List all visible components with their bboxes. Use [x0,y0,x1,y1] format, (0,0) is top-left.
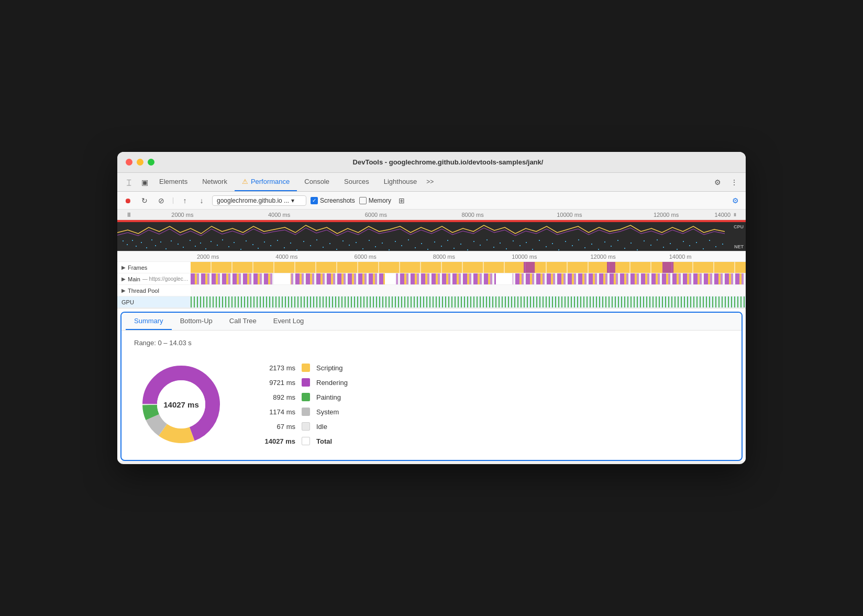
tab-sources[interactable]: Sources [337,173,377,191]
record-button[interactable]: ⏺ [121,194,134,207]
scripting-value: 2173 ms [253,364,295,372]
legend-rendering: 9721 ms Rendering [253,378,348,387]
svg-rect-11 [178,244,179,245]
main-expand-icon[interactable]: ▶ [121,276,126,282]
svg-rect-60 [486,239,488,240]
svg-rect-26 [264,241,265,243]
main-label-text: Main [128,276,140,282]
close-button[interactable] [126,159,132,166]
svg-rect-48 [408,239,409,240]
net-label: NET [734,244,744,249]
playhead-indicator: ⏸ [733,212,737,217]
svg-rect-101 [524,262,535,273]
pause-icon[interactable]: ⏸ [126,211,132,218]
screenshots-checkbox-group[interactable]: ✓ Screenshots [311,197,355,204]
main-ruler-12000: 12000 ms [588,254,667,260]
svg-rect-38 [342,240,344,241]
tab-summary-label: Summary [134,317,163,325]
tab-console-label: Console [304,178,329,185]
svg-rect-24 [252,244,253,245]
tab-elements-label: Elements [159,178,187,185]
maximize-button[interactable] [148,159,154,166]
tab-lighthouse[interactable]: Lighthouse [377,173,425,191]
ruler-mark-8000: 8000 ms [424,212,521,218]
svg-rect-87 [663,247,664,248]
thread-pool-track[interactable] [191,285,746,296]
main-label[interactable]: ▶ Main — https://googlechrome... [117,276,191,282]
refresh-record-button[interactable]: ↻ [138,194,151,207]
legend-scripting: 2173 ms Scripting [253,364,348,372]
main-track[interactable] [191,273,746,284]
ruler-mark-12000: 12000 ms [618,212,715,218]
svg-rect-50 [421,243,422,244]
upload-button[interactable]: ↑ [179,194,191,207]
tab-bottom-up[interactable]: Bottom-Up [172,313,221,330]
rendering-value: 9721 ms [253,379,295,387]
svg-rect-44 [382,243,383,244]
title-bar: DevTools - googlechrome.github.io/devtoo… [117,152,746,173]
main-chart [191,273,746,284]
svg-rect-88 [670,243,671,244]
screenshots-checkbox[interactable]: ✓ [311,197,318,204]
tab-performance-label: Performance [251,178,290,185]
svg-rect-27 [270,245,271,246]
device-toolbar-icon[interactable]: ▣ [137,175,152,190]
more-tabs-button[interactable]: >> [424,173,436,191]
timeline-overview[interactable]: ⏸ 2000 ms 4000 ms 6000 ms 8000 ms 10000 … [117,210,746,251]
svg-rect-64 [513,240,514,241]
tab-console[interactable]: Console [297,173,337,191]
svg-rect-84 [644,240,645,241]
total-value: 14027 ms [253,437,295,445]
tab-event-log[interactable]: Event Log [265,313,313,330]
cursor-icon[interactable]: ⌶ [121,175,136,190]
svg-rect-17 [211,241,212,242]
thread-pool-expand-icon[interactable]: ▶ [121,288,126,293]
svg-rect-29 [284,247,285,248]
tab-performance[interactable]: ⚠ Performance [235,173,297,191]
painting-name: Painting [316,393,341,401]
gpu-chart [191,296,746,307]
gpu-label[interactable]: GPU [117,299,191,305]
ruler-mark-4000: 4000 ms [231,212,328,218]
thread-pool-label-text: Thread Pool [128,288,159,294]
minimize-button[interactable] [137,159,143,166]
memory-checkbox-group[interactable]: Memory [359,197,391,204]
tab-event-log-label: Event Log [273,317,304,325]
svg-rect-45 [389,249,390,250]
svg-rect-21 [234,242,235,243]
svg-rect-79 [611,246,612,247]
clear-button[interactable]: ⊘ [155,194,168,207]
svg-rect-111 [385,273,396,284]
svg-rect-66 [526,242,527,243]
timeline-ruler-main: 2000 ms 4000 ms 6000 ms 8000 ms 10000 ms… [117,251,746,262]
settings-icon[interactable]: ⚙ [710,175,725,190]
timeline-ruler-top: ⏸ 2000 ms 4000 ms 6000 ms 8000 ms 10000 … [117,210,746,220]
svg-rect-81 [624,248,625,249]
svg-rect-93 [703,248,704,249]
ruler-mark-10000: 10000 ms [521,212,618,218]
tab-call-tree[interactable]: Call Tree [221,313,265,330]
tab-summary[interactable]: Summary [126,313,172,330]
tab-elements[interactable]: Elements [152,173,195,191]
tab-lighthouse-label: Lighthouse [384,178,417,185]
svg-rect-16 [205,248,206,249]
download-button[interactable]: ↓ [195,194,208,207]
main-ruler-4000: 4000 ms [273,254,352,260]
svg-rect-54 [447,240,448,241]
frames-label[interactable]: ▶ Frames [117,265,191,271]
frames-label-text: Frames [128,265,147,271]
frames-track[interactable] [191,262,746,273]
frames-expand-icon[interactable]: ▶ [121,265,126,270]
tab-network[interactable]: Network [195,173,235,191]
thread-pool-label[interactable]: ▶ Thread Pool [117,288,191,294]
svg-rect-95 [715,246,716,247]
panel-content: Range: 0 – 14.03 s [121,331,742,460]
range-text: Range: 0 – 14.03 s [134,339,729,347]
more-options-icon[interactable]: ⋮ [727,175,742,190]
memory-checkbox[interactable] [359,197,367,204]
url-filter[interactable]: googlechrome.github.io ... ▾ [212,195,306,206]
capture-settings-icon[interactable]: ⊞ [395,194,408,207]
painting-value: 892 ms [253,393,295,401]
settings-icon-right[interactable]: ⚙ [729,194,742,207]
gpu-track[interactable] [191,296,746,307]
